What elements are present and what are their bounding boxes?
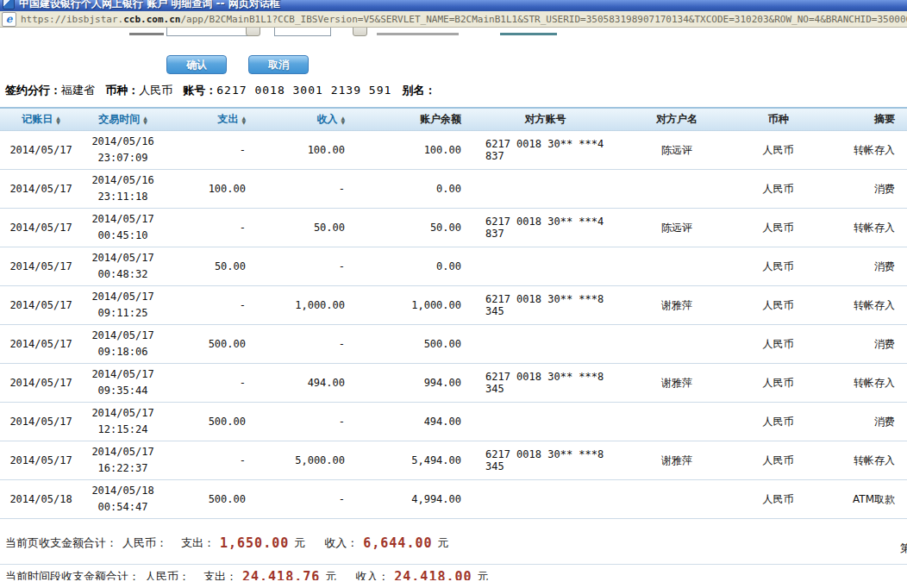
cell-counterparty-account: 6217 0018 30** ***8 345 bbox=[470, 371, 621, 395]
period-summary-credit-amount: 24,418.00 bbox=[394, 569, 472, 580]
cell-balance: 50.00 bbox=[353, 222, 470, 234]
page-summary-debit-label: 支出： bbox=[181, 535, 215, 551]
table-row: 2014/05/17 2014/05/17 16:22:37 - 5,000.0… bbox=[0, 441, 907, 480]
cell-debit: - bbox=[164, 299, 254, 311]
txn-time-line: 00:54:47 bbox=[82, 499, 164, 516]
cell-post-date: 2014/05/17 bbox=[0, 222, 82, 234]
page-summary-credit-unit: 元 bbox=[438, 535, 449, 551]
txn-time-line: 23:11:18 bbox=[82, 189, 164, 205]
transaction-table-body: 2014/05/17 2014/05/16 23:07:09 - 100.00 … bbox=[0, 131, 907, 519]
column-header-label: 收入 bbox=[316, 112, 337, 127]
alias-label: 别名： bbox=[402, 84, 435, 97]
cell-summary: 消费 bbox=[823, 415, 907, 429]
date-input-end[interactable] bbox=[274, 28, 331, 36]
cell-post-date: 2014/05/17 bbox=[0, 260, 82, 272]
cell-counterparty-account: 6217 0018 30** ***8 345 bbox=[470, 293, 621, 317]
column-header-debit[interactable]: 支出▲▼ bbox=[164, 112, 254, 127]
cell-post-date: 2014/05/17 bbox=[0, 416, 82, 428]
cell-counterparty-name: 谢雅萍 bbox=[621, 454, 733, 468]
cell-summary: 消费 bbox=[823, 260, 907, 274]
txn-date-line: 2014/05/17 bbox=[82, 250, 164, 266]
txn-date-line: 2014/05/17 bbox=[82, 444, 164, 460]
txn-date-line: 2014/05/17 bbox=[82, 289, 164, 305]
url-prefix: https://ibsbjstar. bbox=[21, 14, 123, 25]
page-summary-currency: 人民币： bbox=[122, 535, 167, 551]
cell-txn-time: 2014/05/17 09:11:25 bbox=[82, 289, 164, 322]
cell-currency: 人民币 bbox=[733, 454, 823, 468]
cell-credit: 1,000.00 bbox=[254, 299, 353, 311]
cell-summary: 转帐存入 bbox=[823, 143, 907, 158]
cell-txn-time: 2014/05/17 16:22:37 bbox=[82, 444, 164, 477]
column-header-counterparty_name: 对方户名 bbox=[621, 112, 733, 127]
dialog-title: 中国建设银行个人网上银行 账户 明细查询 -- 网页对话框 bbox=[19, 0, 280, 11]
pagination-text: 第 bbox=[900, 541, 907, 556]
txn-date-line: 2014/05/17 bbox=[82, 366, 164, 383]
column-header-txn_time[interactable]: 交易时间▲▼ bbox=[82, 112, 164, 127]
cell-debit: - bbox=[164, 377, 254, 389]
cell-currency: 人民币 bbox=[733, 492, 823, 507]
txn-time-line: 12:15:24 bbox=[82, 422, 164, 438]
page-summary-credit-label: 收入： bbox=[324, 535, 358, 551]
cell-post-date: 2014/05/17 bbox=[0, 299, 82, 311]
cell-summary: 转帐存入 bbox=[823, 298, 907, 313]
calendar-button-start[interactable] bbox=[246, 28, 260, 36]
address-bar: e https://ibsbjstar.ccb.com.cn/app/B2CMa… bbox=[0, 11, 907, 28]
clipped-text-fragment bbox=[377, 33, 459, 35]
sort-arrows-icon[interactable]: ▲▼ bbox=[143, 116, 147, 124]
cell-currency: 人民币 bbox=[733, 376, 823, 391]
column-header-balance: 账户余额 bbox=[353, 112, 470, 127]
table-row: 2014/05/17 2014/05/16 23:07:09 - 100.00 … bbox=[0, 131, 907, 170]
table-row: 2014/05/17 2014/05/16 23:11:18 100.00 - … bbox=[0, 170, 907, 209]
txn-date-line: 2014/05/16 bbox=[82, 172, 164, 189]
txn-date-line: 2014/05/17 bbox=[82, 405, 164, 422]
cell-summary: 消费 bbox=[823, 337, 907, 352]
txn-time-line: 00:45:10 bbox=[82, 228, 164, 244]
txn-time-line: 09:35:44 bbox=[82, 383, 164, 399]
txn-time-line: 23:07:09 bbox=[82, 150, 164, 166]
page-summary-credit-amount: 6,644.00 bbox=[363, 535, 432, 551]
cell-counterparty-name: 谢雅萍 bbox=[621, 298, 733, 313]
cell-credit: 5,000.00 bbox=[254, 454, 353, 466]
date-input-start[interactable] bbox=[166, 28, 248, 36]
dialog-titlebar: 中国建设银行个人网上银行 账户 明细查询 -- 网页对话框 bbox=[0, 0, 907, 11]
period-summary-credit-unit: 元 bbox=[478, 569, 489, 580]
cell-txn-time: 2014/05/17 00:48:32 bbox=[82, 250, 164, 283]
column-header-label: 账户余额 bbox=[420, 112, 461, 127]
cell-balance: 5,494.00 bbox=[353, 454, 470, 466]
column-header-post_date[interactable]: 记账日▲▼ bbox=[0, 112, 82, 127]
column-header-label: 对方户名 bbox=[656, 112, 697, 127]
column-header-label: 币种 bbox=[768, 112, 789, 127]
sort-arrows-icon[interactable]: ▲▼ bbox=[241, 116, 246, 124]
cell-credit: 494.00 bbox=[254, 377, 353, 389]
cell-credit: - bbox=[254, 183, 353, 195]
txn-date-line: 2014/05/16 bbox=[82, 134, 164, 150]
cell-currency: 人民币 bbox=[733, 221, 823, 235]
cell-debit: 50.00 bbox=[164, 260, 254, 272]
txn-time-line: 09:18:06 bbox=[82, 344, 164, 360]
column-header-label: 摘要 bbox=[874, 112, 895, 127]
cell-currency: 人民币 bbox=[733, 143, 823, 158]
account-number: 6217 0018 3001 2139 591 bbox=[216, 84, 391, 97]
calendar-button-end[interactable] bbox=[353, 28, 367, 36]
cell-summary: 转帐存入 bbox=[823, 376, 907, 391]
cell-credit: - bbox=[254, 416, 353, 428]
cell-txn-time: 2014/05/17 12:15:24 bbox=[82, 405, 164, 438]
cell-balance: 994.00 bbox=[353, 377, 470, 389]
sort-arrows-icon[interactable]: ▲▼ bbox=[341, 116, 345, 124]
confirm-button[interactable]: 确认 bbox=[166, 55, 227, 74]
txn-date-line: 2014/05/17 bbox=[82, 328, 164, 344]
page-summary-debit-amount: 1,650.00 bbox=[220, 535, 289, 551]
table-row: 2014/05/17 2014/05/17 00:45:10 - 50.00 5… bbox=[0, 209, 907, 247]
cell-currency: 人民币 bbox=[733, 182, 823, 197]
url-domain: ccb.com.cn bbox=[123, 14, 180, 25]
column-header-credit[interactable]: 收入▲▼ bbox=[254, 112, 353, 127]
period-summary-clipped: 当前时间段收支金额合计： 人民币： 支出： 24,418.76 元 收入： 24… bbox=[5, 569, 850, 580]
cancel-button[interactable]: 取消 bbox=[248, 55, 309, 74]
cell-balance: 494.00 bbox=[353, 416, 470, 428]
clipped-link-fragment[interactable] bbox=[500, 33, 557, 35]
cell-balance: 1,000.00 bbox=[353, 299, 470, 311]
transaction-table: 记账日▲▼交易时间▲▼支出▲▼收入▲▼账户余额对方账号对方户名币种摘要 2014… bbox=[0, 107, 907, 519]
cell-credit: - bbox=[254, 493, 353, 505]
cell-balance: 4,994.00 bbox=[353, 493, 470, 505]
sort-arrows-icon[interactable]: ▲▼ bbox=[56, 116, 60, 124]
